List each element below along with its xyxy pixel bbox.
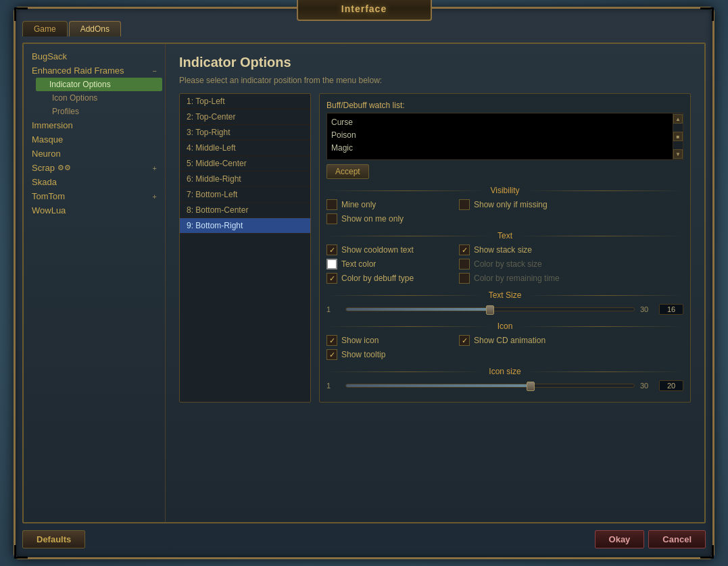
accept-button[interactable]: Accept [326,164,369,179]
icon-size-track[interactable] [345,384,635,388]
sidebar-item-skada[interactable]: Skada [26,175,162,189]
show-stack-size-checkbox[interactable] [459,245,470,255]
color-stack-label: Color by stack size [474,259,542,269]
sidebar-item-icon-options[interactable]: Icon Options [36,91,162,105]
color-remaining-label: Color by remaining time [474,274,560,283]
position-item-1[interactable]: 1: Top-Left [180,94,310,109]
text-section-divider: Text [326,231,683,240]
text-options-2: Text color Color by stack size [326,259,683,269]
show-on-me-checkbox[interactable] [326,213,337,224]
mine-only-option: Mine only [326,199,448,210]
color-debuff-checkbox[interactable] [326,273,337,284]
position-item-6[interactable]: 6: Middle-Right [180,172,310,187]
scroll-mid-btn[interactable]: ■ [673,132,683,141]
position-item-9[interactable]: 9: Bottom-Right [180,218,310,234]
text-size-track[interactable] [345,307,635,311]
text-size-value[interactable]: 16 [659,304,683,315]
cancel-button[interactable]: Cancel [648,530,706,548]
color-remaining-option: Color by remaining time [459,273,581,284]
position-item-7[interactable]: 7: Bottom-Left [180,187,310,203]
scroll-down-btn[interactable]: ▼ [673,149,683,159]
show-tooltip-option: Show tooltip [326,349,448,360]
tab-game[interactable]: Game [22,21,68,36]
content-row: 1: Top-Left 2: Top-Center 3: Top-Right 4… [179,93,691,403]
defaults-button[interactable]: Defaults [22,530,85,548]
position-item-3[interactable]: 3: Top-Right [180,125,310,140]
visibility-options-2: Show on me only [326,213,683,224]
show-cd-text-checkbox[interactable] [326,245,337,255]
icon-size-slider-section: 1 30 20 [326,380,683,391]
show-cd-anim-checkbox[interactable] [459,335,470,346]
sidebar-item-scrap[interactable]: Scrap ⚙⚙ + [26,161,162,175]
sidebar-item-profiles[interactable]: Profiles [36,105,162,118]
text-section-title: Text [498,231,512,240]
color-stack-option: Color by stack size [459,259,581,269]
right-panel: Indicator Options Please select an indic… [166,44,704,522]
sidebar-item-neuron[interactable]: Neuron [26,147,162,161]
buff-item-magic: Magic [331,142,669,155]
show-tooltip-checkbox[interactable] [326,349,337,360]
icon-size-max: 30 [640,382,654,390]
text-size-slider-section: 1 30 16 [326,304,683,315]
position-item-4[interactable]: 4: Middle-Left [180,140,310,156]
text-options-1: Show cooldown text Show stack size [326,245,683,255]
show-icon-option: Show icon [326,335,448,346]
sidebar: BugSack Enhanced Raid Frames − Indicator… [24,44,166,522]
scrap-icon: ⚙⚙ [57,163,71,172]
position-item-2[interactable]: 2: Top-Center [180,109,310,125]
mine-only-label: Mine only [341,200,376,209]
title-bar: Interface [297,0,432,21]
sidebar-item-wowlua[interactable]: WowLua [26,203,162,217]
text-color-option: Text color [326,259,448,269]
show-icon-label: Show icon [341,336,379,345]
icon-section-divider: Icon [326,321,683,331]
sidebar-item-tomtom[interactable]: TomTom + [26,189,162,203]
color-debuff-label: Color by debuff type [341,274,414,283]
buff-text-area: Curse Poison Magic [326,113,673,160]
icon-options-2: Show tooltip [326,349,683,360]
show-cd-anim-option: Show CD animation [459,335,581,346]
icon-size-section-title: Icon size [489,367,520,376]
icon-size-slider-row: 1 30 20 [326,380,683,391]
icon-size-fill [346,384,531,387]
color-stack-checkbox[interactable] [459,259,470,269]
sidebar-item-masque[interactable]: Masque [26,132,162,147]
buff-label: Buff/Debuff watch list: [326,101,683,110]
scroll-up-btn[interactable]: ▲ [673,114,683,124]
bottom-bar: Defaults Okay Cancel [22,528,706,550]
show-icon-checkbox[interactable] [326,335,337,346]
icon-size-section-divider: Icon size [326,367,683,376]
text-size-thumb[interactable] [486,305,494,315]
icon-size-value[interactable]: 20 [659,380,683,391]
text-size-section-title: Text Size [489,290,522,300]
main-area: BugSack Enhanced Raid Frames − Indicator… [22,43,706,523]
expand-icon-tomtom: + [153,192,157,201]
text-size-min: 1 [326,305,340,313]
okay-button[interactable]: Okay [595,530,645,548]
panel-subtitle: Please select an indicator position from… [179,76,691,85]
section-line-left [326,190,485,191]
show-if-missing-option: Show only if missing [459,199,581,210]
position-item-5[interactable]: 5: Middle-Center [180,156,310,172]
visibility-section-title: Visibility [490,186,519,195]
color-remaining-checkbox[interactable] [459,273,470,284]
expand-icon: + [153,164,157,172]
position-item-8[interactable]: 8: Bottom-Center [180,203,310,218]
sidebar-item-enhanced-raid-frames[interactable]: Enhanced Raid Frames − [26,63,162,78]
tab-bar: Game AddOns [22,21,121,36]
text-color-swatch[interactable] [326,259,337,269]
sidebar-item-bugsack[interactable]: BugSack [26,49,162,63]
text-size-slider-row: 1 30 16 [326,304,683,315]
buff-item-poison: Poison [331,129,669,142]
show-if-missing-checkbox[interactable] [459,199,470,210]
sidebar-item-immersion[interactable]: Immersion [26,118,162,132]
buff-scrollbar: ▲ ■ ▼ [673,113,683,160]
tab-addons[interactable]: AddOns [69,21,121,36]
text-size-section-divider: Text Size [326,290,683,300]
sidebar-item-indicator-options[interactable]: Indicator Options [36,78,162,91]
visibility-options: Mine only Show only if missing [326,199,683,210]
text-size-max: 30 [640,305,654,313]
mine-only-checkbox[interactable] [326,199,337,210]
icon-size-thumb[interactable] [527,382,535,391]
window-title: Interface [341,3,387,14]
